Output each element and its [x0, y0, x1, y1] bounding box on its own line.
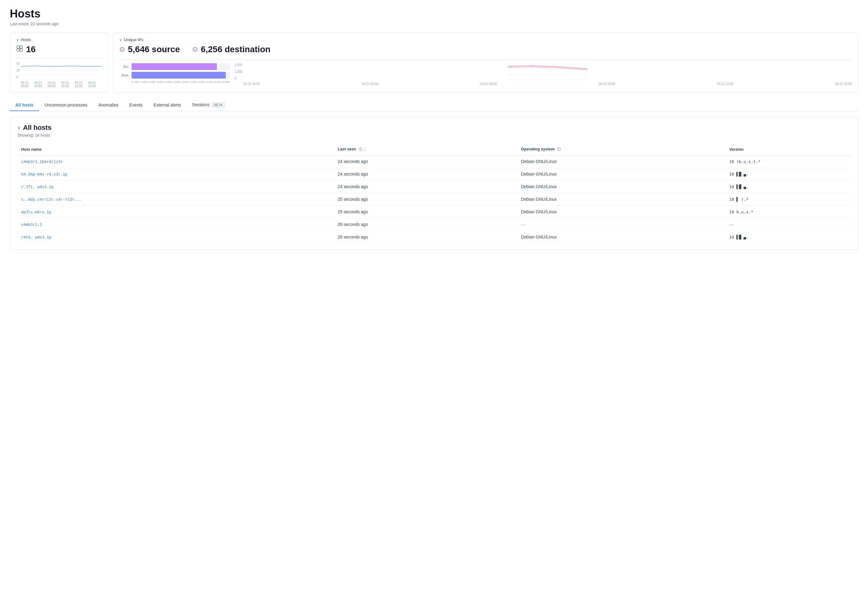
- unique-ips-metric-card: ∨ Unique IPs ⊙ 5,646 source ⊙ 6,256 dest…: [113, 32, 858, 93]
- os-cell: Debian GNU/Linux: [517, 180, 726, 193]
- ips-line-chart-wrapper: 2,000 1,000 0: [235, 63, 852, 86]
- hosts-grid-icon: [16, 45, 23, 54]
- ips-xaxis: 04-21 00:00 04-21 03:00 04-21 06:00 04-2…: [244, 82, 852, 86]
- sort-icon-lastseen[interactable]: ↓: [364, 147, 366, 151]
- table-row: 4p3ls.m4rs.1p25 seconds agoDebian GNU/Li…: [18, 206, 850, 218]
- chevron-down-icon: ∨: [16, 38, 19, 42]
- source-ip-value: 5,646 source: [128, 44, 180, 54]
- last-seen-cell: 24 seconds ago: [334, 180, 517, 193]
- hosts-line-chart-svg: [21, 62, 102, 79]
- host-link[interactable]: s..4dy.c4rr13r.c4r-r13r...: [21, 197, 81, 202]
- host-link[interactable]: r4t4. w4s3.1p: [21, 235, 51, 240]
- host-link[interactable]: c4mb3r1.1: [21, 222, 42, 227]
- hosts-table-header: Host name Last seen ⓘ ↓ Operating system…: [18, 143, 850, 155]
- hosts-metric-card: ∨ Hosts 16 15 10 5: [10, 32, 108, 93]
- chevron-down-icon-ips: ∨: [119, 38, 122, 42]
- version-cell: 10 ▌█ ▄.: [726, 168, 850, 180]
- src-bar-fill: [131, 63, 217, 70]
- ips-card-label: ∨ Unique IPs: [119, 37, 852, 42]
- svg-rect-1: [20, 46, 22, 48]
- hosts-chart: 15 10 5 04-21 00:00 04-21 03:00 04-21 06…: [16, 62, 102, 88]
- tab-all-hosts[interactable]: All hosts: [10, 99, 39, 111]
- table-row: s..4dy.c4rr13r.c4r-r13r...25 seconds ago…: [18, 193, 850, 206]
- all-hosts-section: ∨ All hosts Showing: 16 hosts Host name …: [10, 117, 858, 250]
- hosts-xaxis: 04-21 00:00 04-21 03:00 04-21 06:00 04-2…: [21, 81, 102, 88]
- ips-charts-row: Src. Dest. 0 500 1,000 1,500 2,000: [119, 63, 852, 88]
- src-bar-label: Src.: [119, 65, 129, 68]
- dst-bar-label: Dest.: [119, 73, 129, 77]
- th-last-seen: Last seen ⓘ ↓: [334, 143, 517, 155]
- host-link[interactable]: 4p3ls.m4rs.1p: [21, 210, 51, 214]
- bar-xaxis: 0 500 1,000 1,500 2,000 2,500 3,000 3,50…: [119, 80, 230, 83]
- section-chevron-icon: ∨: [18, 125, 21, 130]
- ips-line-chart-body: 04-21 00:00 04-21 03:00 04-21 06:00 04-2…: [244, 63, 852, 86]
- th-version: Version: [726, 143, 850, 155]
- info-icon-lastseen: ⓘ: [359, 147, 362, 152]
- host-link[interactable]: h4.d4p-m4s-r4.v3r.1p: [21, 172, 68, 176]
- ips-values-row: ⊙ 5,646 source ⊙ 6,256 destination: [119, 44, 852, 54]
- table-row: c4mb3r1.126 seconds ago——: [18, 218, 850, 231]
- th-hostname: Host name: [18, 143, 334, 155]
- source-pin-icon: ⊙: [119, 46, 125, 53]
- version-cell: 10 (b.u.s.t.*: [726, 155, 850, 168]
- section-title: All hosts: [23, 124, 52, 132]
- tab-sessions[interactable]: Sessions BETA: [186, 99, 230, 111]
- hosts-yaxis: 15 10 5: [16, 62, 20, 79]
- hosts-divider: [16, 58, 102, 58]
- ips-line-chart: 2,000 1,000 0: [235, 63, 852, 88]
- table-row: h4.d4p-m4s-r4.v3r.1p24 seconds agoDebian…: [18, 168, 850, 180]
- host-link[interactable]: r.3f1. w4s3.1p: [21, 185, 53, 189]
- page-title: Hosts: [10, 7, 858, 20]
- table-row: r4t4. w4s3.1p26 seconds agoDebian GNU/Li…: [18, 231, 850, 243]
- hosts-card-label: ∨ Hosts: [16, 37, 102, 42]
- os-cell: Debian GNU/Linux: [517, 168, 726, 180]
- os-cell: Debian GNU/Linux: [517, 206, 726, 218]
- svg-rect-0: [17, 46, 19, 48]
- section-header: ∨ All hosts: [18, 124, 850, 132]
- os-cell: Debian GNU/Linux: [517, 231, 726, 243]
- info-icon-os: ⓘ: [557, 147, 561, 152]
- last-seen-cell: 24 seconds ago: [334, 155, 517, 168]
- version-cell: 10 ▌ r.*: [726, 193, 850, 206]
- last-seen-cell: 26 seconds ago: [334, 231, 517, 243]
- hosts-label-text: Hosts: [21, 37, 31, 42]
- hosts-count: 16: [26, 44, 35, 54]
- table-row: r.3f1. w4s3.1p24 seconds agoDebian GNU/L…: [18, 180, 850, 193]
- host-link[interactable]: c4mb3r1.1b4r4l1z3r: [21, 159, 63, 164]
- src-bar-track: [131, 63, 230, 70]
- dst-bar-track: [131, 72, 230, 78]
- last-seen-cell: 25 seconds ago: [334, 193, 517, 206]
- dest-ip-value: 6,256 destination: [201, 44, 270, 54]
- svg-rect-3: [20, 49, 22, 51]
- last-seen-cell: 26 seconds ago: [334, 218, 517, 231]
- last-event-text: Last event: 22 seconds ago: [10, 22, 858, 26]
- th-os: Operating system ⓘ: [517, 143, 726, 155]
- svg-rect-2: [17, 49, 19, 51]
- dst-bar-row: Dest.: [119, 72, 230, 78]
- os-cell: —: [517, 218, 726, 231]
- version-cell: 10 ▌█ ▄.: [726, 180, 850, 193]
- ips-yaxis: 2,000 1,000 0: [235, 63, 242, 80]
- dst-bar-fill: [131, 72, 226, 78]
- tab-external-alerts[interactable]: External alerts: [148, 99, 186, 111]
- os-cell: Debian GNU/Linux: [517, 155, 726, 168]
- hosts-value-row: 16: [16, 44, 102, 54]
- os-cell: Debian GNU/Linux: [517, 193, 726, 206]
- metrics-row: ∨ Hosts 16 15 10 5: [10, 32, 858, 93]
- version-cell: 10 ▌█ ▄.: [726, 231, 850, 243]
- tabs-row: All hosts Uncommon processes Anomalies E…: [10, 99, 858, 111]
- tab-anomalies[interactable]: Anomalies: [93, 99, 124, 111]
- last-seen-cell: 25 seconds ago: [334, 206, 517, 218]
- ips-bar-chart: Src. Dest. 0 500 1,000 1,500 2,000: [119, 63, 230, 88]
- section-subtitle: Showing: 16 hosts: [18, 133, 850, 138]
- tab-uncommon-processes[interactable]: Uncommon processes: [39, 99, 93, 111]
- sessions-beta-badge: BETA: [212, 102, 225, 108]
- ips-line-svg: [244, 63, 852, 80]
- dest-ip-metric: ⊙ 6,256 destination: [192, 44, 270, 54]
- tab-events[interactable]: Events: [124, 99, 148, 111]
- hosts-table: Host name Last seen ⓘ ↓ Operating system…: [18, 143, 850, 243]
- table-row: c4mb3r1.1b4r4l1z3r24 seconds agoDebian G…: [18, 155, 850, 168]
- version-cell: —: [726, 218, 850, 231]
- version-cell: 10 b.u.s.*: [726, 206, 850, 218]
- dest-pin-icon: ⊙: [192, 46, 198, 53]
